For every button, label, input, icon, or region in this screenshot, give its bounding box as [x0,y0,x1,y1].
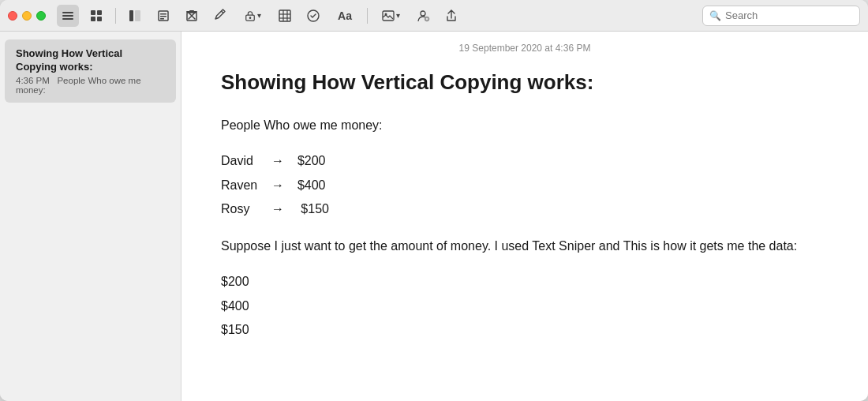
maximize-button[interactable] [36,11,46,21]
note-paragraph-1: People Who owe me money: [221,115,829,136]
sidebar-item-note[interactable]: Showing How Vertical Copying works: 4:36… [5,39,176,103]
app-window: ▾ Aa [0,0,868,401]
image-button[interactable]: ▾ [376,5,406,27]
titlebar: ▾ Aa [0,0,868,32]
money-amount-3: $150 [290,197,329,221]
share-button[interactable] [440,5,462,27]
money-name-2: Raven [221,174,268,197]
compose-button[interactable] [209,5,231,27]
search-input[interactable] [725,9,853,21]
minimize-button[interactable] [22,11,32,21]
result-list: $200 $400 $150 [221,270,829,342]
svg-point-17 [249,17,251,19]
svg-rect-8 [135,10,140,21]
lock-button[interactable]: ▾ [238,5,268,27]
content-area: Showing How Vertical Copying works: 4:36… [0,32,868,401]
money-item-3: Rosy → $150 [221,197,829,221]
separator-2 [367,8,368,24]
money-amount-1: $200 [290,149,325,173]
search-icon: 🔍 [709,10,721,21]
sidebar-item-time: 4:36 PM [16,76,50,85]
money-list: David → $200 Raven → $400 Rosy → $150 [221,149,829,221]
svg-rect-0 [62,12,73,13]
note-title: Showing How Vertical Copying works: [221,69,829,96]
money-item-1: David → $200 [221,149,829,173]
traffic-lights [8,11,46,21]
format-button[interactable]: Aa [331,5,359,27]
svg-rect-1 [62,15,73,17]
money-arrow-2: → [271,174,284,197]
close-button[interactable] [8,11,17,21]
svg-rect-5 [91,17,95,21]
svg-rect-6 [97,17,102,21]
result-item-1: $200 [221,270,829,294]
note-paragraph-2: Suppose I just want to get the amount of… [221,236,829,257]
result-item-3: $150 [221,318,829,342]
svg-rect-14 [189,10,194,12]
grid-view-button[interactable] [85,5,107,27]
note-content-area: 19 September 2020 at 4:36 PM Showing How… [181,32,868,401]
sidebar-item-title: Showing How Vertical Copying works: [16,47,165,74]
list-view-button[interactable] [57,5,79,27]
money-name-1: David [221,149,268,173]
delete-button[interactable] [181,5,203,27]
svg-rect-10 [160,13,166,15]
money-amount-2: $400 [290,174,325,197]
svg-rect-4 [97,10,102,15]
money-name-3: Rosy [221,197,268,221]
money-arrow-1: → [271,149,284,173]
sidebar-toggle-button[interactable] [124,5,146,27]
money-arrow-3: → [271,197,284,221]
profile-button[interactable] [412,5,434,27]
checklist-button[interactable] [302,5,324,27]
separator-1 [115,8,116,24]
sidebar-item-meta: 4:36 PM People Who owe me money: [16,76,165,95]
note-body: People Who owe me money: David → $200 Ra… [221,115,829,343]
svg-point-23 [308,10,319,21]
svg-rect-18 [279,10,290,21]
money-item-2: Raven → $400 [221,174,829,197]
note-controls-button[interactable] [152,5,174,27]
svg-rect-11 [160,16,166,17]
svg-rect-7 [129,10,133,21]
svg-rect-2 [62,18,73,20]
svg-rect-3 [91,10,95,15]
svg-point-26 [421,11,425,16]
sidebar: Showing How Vertical Copying works: 4:36… [0,32,181,401]
table-button[interactable] [274,5,296,27]
svg-rect-12 [160,18,164,20]
result-item-2: $400 [221,294,829,318]
search-box[interactable]: 🔍 [702,6,860,26]
note-date: 19 September 2020 at 4:36 PM [221,32,829,69]
